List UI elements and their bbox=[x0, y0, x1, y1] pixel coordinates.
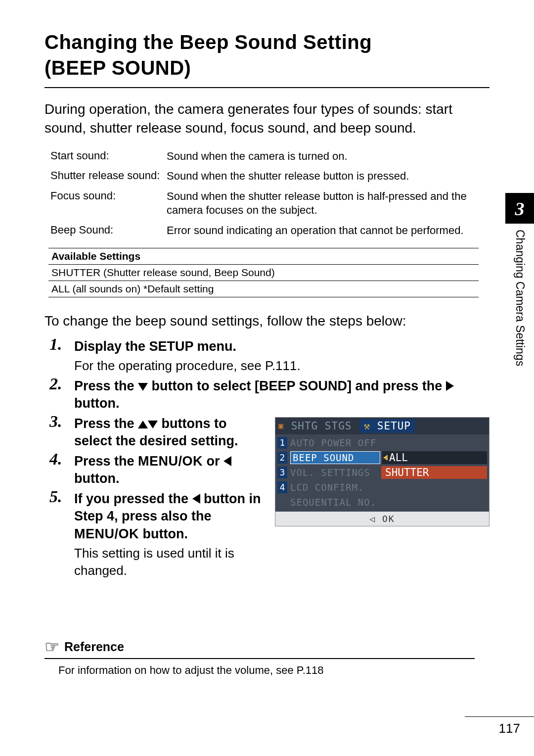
step-3: Press the buttons to select the desired … bbox=[49, 415, 263, 450]
text: If you pressed the bbox=[74, 491, 192, 506]
step-title: Press the button to select [BEEP SOUND] … bbox=[74, 378, 490, 412]
text: Press the bbox=[74, 416, 138, 431]
right-arrow-icon bbox=[446, 381, 454, 391]
lcd-row-label-selected: BEEP SOUND bbox=[290, 451, 380, 464]
step-body: For the operating procedure, see P.111. bbox=[74, 357, 490, 375]
lcd-screenshot: ▣ SHTG STGS ⚒ SETUP 1AUTO POWER OFF 2 BE… bbox=[275, 417, 490, 526]
settings-row: SHUTTER (Shutter release sound, Beep Sou… bbox=[48, 264, 479, 281]
reference-body: For information on how to adjust the vol… bbox=[58, 664, 475, 677]
lcd-row-label: AUTO POWER OFF bbox=[290, 437, 379, 448]
lcd-option-all: ALL bbox=[382, 451, 487, 464]
reference-divider bbox=[44, 658, 475, 659]
def-desc: Error sound indicating an operation that… bbox=[167, 221, 483, 241]
left-arrow-icon bbox=[192, 494, 200, 504]
step-body: This setting is used until it is changed… bbox=[74, 545, 263, 579]
lcd-row-num: 3 bbox=[277, 467, 287, 478]
text: Press the bbox=[74, 454, 138, 469]
page-number: 117 bbox=[465, 716, 534, 736]
down-arrow-icon bbox=[138, 383, 148, 391]
sound-definitions-table: Start sound: Sound when the camera is tu… bbox=[50, 146, 483, 241]
table-row: Start sound: Sound when the camera is tu… bbox=[50, 146, 483, 167]
hand-pointing-icon: ☞ bbox=[44, 638, 59, 655]
settings-header: Available Settings bbox=[48, 248, 479, 264]
text: Press the bbox=[74, 378, 138, 393]
chapter-side-tab: 3 Changing Camera Settings bbox=[505, 193, 534, 406]
lcd-row-num: 1 bbox=[277, 437, 287, 449]
available-settings-table: Available Settings SHUTTER (Shutter rele… bbox=[48, 248, 479, 297]
up-arrow-icon bbox=[138, 421, 148, 428]
step-1: Display the SETUP menu. For the operatin… bbox=[49, 338, 490, 375]
table-row: Shutter release sound: Sound when the sh… bbox=[50, 166, 483, 187]
menu-ok-label: MENU/OK bbox=[74, 526, 139, 541]
chapter-number: 3 bbox=[505, 193, 534, 220]
step-title: Press the MENU/OK or button. bbox=[74, 453, 263, 487]
follow-text: To change the beep sound settings, follo… bbox=[44, 313, 490, 329]
page-title-line2: (BEEP SOUND) bbox=[44, 55, 490, 80]
step-title: Display the SETUP menu. bbox=[74, 338, 490, 355]
page-title-line1: Changing the Beep Sound Setting bbox=[44, 30, 490, 54]
down-arrow-icon bbox=[148, 421, 158, 428]
def-label: Beep Sound: bbox=[50, 221, 167, 241]
text: SETUP bbox=[377, 420, 411, 432]
intro-text: During operation, the camera generates f… bbox=[44, 100, 490, 138]
def-desc: Sound when the camera is turned on. bbox=[167, 146, 483, 167]
camera-icon: ▣ bbox=[278, 421, 283, 430]
step-4: Press the MENU/OK or button. bbox=[49, 453, 263, 487]
def-label: Shutter release sound: bbox=[50, 166, 167, 187]
lcd-row-label: LCD CONFIRM. bbox=[290, 482, 379, 493]
reference-heading: Reference bbox=[64, 640, 124, 654]
table-row: Beep Sound: Error sound indicating an op… bbox=[50, 221, 483, 241]
text: OK bbox=[382, 514, 395, 524]
text: button. bbox=[74, 396, 119, 411]
text: button. bbox=[74, 471, 119, 486]
step-2: Press the button to select [BEEP SOUND] … bbox=[49, 378, 490, 412]
lcd-tab-setup: ⚒ SETUP bbox=[359, 419, 415, 433]
reference-box: ☞ Reference For information on how to ad… bbox=[44, 638, 475, 677]
lcd-row-num: 4 bbox=[277, 481, 287, 493]
lcd-ok-bar: ◁ OK bbox=[275, 512, 489, 526]
lcd-option-shutter: SHUTTER bbox=[381, 466, 487, 479]
settings-row: ALL (all sounds on) *Default setting bbox=[48, 281, 479, 297]
lcd-row-label: SEQUENTIAL NO. bbox=[290, 497, 379, 508]
def-label: Focus sound: bbox=[50, 187, 167, 221]
def-desc: Sound when the shutter release button is… bbox=[167, 187, 483, 221]
text: button. bbox=[139, 526, 188, 541]
lcd-row-label: VOL. SETTINGS bbox=[290, 467, 379, 478]
title-divider bbox=[44, 87, 490, 88]
left-arrow-icon bbox=[223, 456, 231, 466]
step-title: If you pressed the button in Step 4, pre… bbox=[74, 490, 263, 542]
text: or bbox=[203, 454, 223, 469]
lcd-tab-shtg: SHTG STGS bbox=[287, 419, 356, 433]
menu-ok-label: MENU/OK bbox=[138, 454, 203, 469]
steps-list-cont: Press the buttons to select the desired … bbox=[44, 415, 263, 579]
table-row: Focus sound: Sound when the shutter rele… bbox=[50, 187, 483, 221]
def-label: Start sound: bbox=[50, 146, 167, 167]
step-title: Press the buttons to select the desired … bbox=[74, 415, 263, 450]
def-desc: Sound when the shutter release button is… bbox=[167, 166, 483, 187]
chapter-title: Changing Camera Settings bbox=[513, 230, 527, 418]
lcd-row-num: 2 bbox=[277, 452, 287, 464]
step-5: If you pressed the button in Step 4, pre… bbox=[49, 490, 263, 579]
text: button to select [BEEP SOUND] and press … bbox=[148, 378, 446, 393]
steps-list: Display the SETUP menu. For the operatin… bbox=[44, 338, 490, 412]
wrench-icon: ⚒ bbox=[363, 420, 370, 432]
